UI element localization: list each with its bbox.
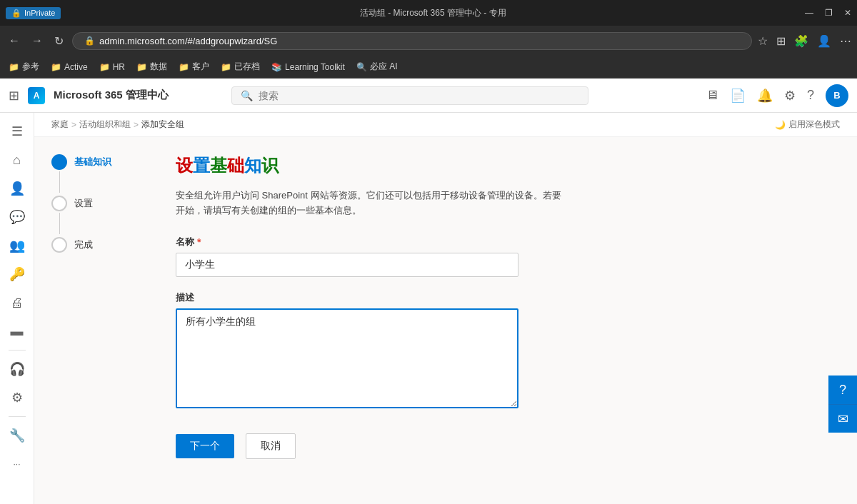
moon-icon: 🌙: [775, 120, 786, 130]
bookmark-can-kao[interactable]: 📁 参考: [9, 61, 39, 73]
url-bar[interactable]: 🔒 admin.microsoft.com/#/addgroupwizard/S…: [72, 32, 752, 50]
name-label-text: 名称: [176, 236, 194, 248]
minimize-button[interactable]: —: [805, 8, 813, 18]
folder-icon: 📁: [136, 62, 147, 72]
app-header: ⊞ A Microsoft 365 管理中心 🔍 🖥 📄 🔔 ⚙ ? B: [0, 79, 857, 113]
form-description: 安全组允许用户访问 SharePoint 网站等资源。它们还可以包括用于移动设备…: [176, 188, 568, 218]
rail-tools-button[interactable]: 🔧: [4, 423, 30, 448]
monitor-icon[interactable]: 🖥: [706, 88, 718, 103]
avatar[interactable]: B: [826, 84, 848, 107]
folder-icon: 📁: [9, 62, 19, 72]
forward-button[interactable]: →: [29, 31, 46, 50]
rail-settings-button[interactable]: ⚙: [4, 385, 30, 410]
rail-expand-button[interactable]: ☰: [4, 119, 30, 144]
bookmark-archived[interactable]: 📁 已存档: [221, 61, 260, 73]
cancel-button[interactable]: 取消: [246, 433, 296, 459]
browser-window-controls: — ❐ ✕: [805, 8, 851, 18]
breadcrumb-active-groups[interactable]: 活动组织和组: [79, 119, 131, 131]
step-circle-basics: [51, 154, 67, 170]
bookmark-learning[interactable]: 📚 Learning Toolkit: [271, 62, 345, 72]
rail-home-button[interactable]: ⌂: [4, 147, 30, 173]
breadcrumb-home[interactable]: 家庭: [51, 119, 69, 131]
rail-printers-button[interactable]: 🖨: [4, 290, 30, 316]
search-input[interactable]: [259, 90, 579, 101]
step-basics: 基础知识: [51, 154, 159, 170]
folder-icon: 📁: [99, 62, 110, 72]
more-icon[interactable]: ⋯: [840, 34, 851, 48]
form-title: 设置基础知识: [176, 154, 676, 177]
breadcrumb-bar: 家庭 > 活动组织和组 > 添加安全组 🌙 启用深色模式: [34, 113, 857, 137]
name-input[interactable]: [176, 253, 518, 277]
app-title: Microsoft 365 管理中心: [54, 89, 169, 102]
description-field: 描述 所有小学生的组: [176, 291, 676, 410]
bookmark-label: 参考: [22, 61, 39, 73]
dark-mode-toggle[interactable]: 🌙 启用深色模式: [775, 119, 840, 131]
content-area: 家庭 > 活动组织和组 > 添加安全组 🌙 启用深色模式 基础知识: [34, 113, 857, 504]
bookmark-hr[interactable]: 📁 HR: [99, 62, 125, 72]
refresh-button[interactable]: ↻: [51, 31, 66, 51]
bing-icon: 🔍: [356, 62, 367, 72]
title-char-4: 础: [227, 156, 244, 175]
title-char-1: 设: [176, 156, 193, 175]
next-button[interactable]: 下一个: [176, 434, 234, 458]
bookmark-active[interactable]: 📁 Active: [51, 62, 88, 72]
left-rail: ☰ ⌂ 👤 💬 👥 🔑 🖨 ▬ 🎧 ⚙ 🔧 ···: [0, 113, 34, 504]
float-message-button[interactable]: ✉: [828, 404, 857, 433]
bookmark-label: 必应 AI: [370, 61, 398, 73]
rail-more-button[interactable]: ···: [4, 451, 30, 477]
header-search[interactable]: 🔍: [231, 86, 588, 105]
tab-icon[interactable]: ⊞: [776, 34, 786, 48]
bookmark-label: HR: [113, 62, 125, 72]
title-char-5: 知: [244, 156, 261, 175]
rail-users-button[interactable]: 👤: [4, 176, 30, 201]
description-label-text: 描述: [176, 291, 194, 304]
rail-roles-button[interactable]: 🔑: [4, 261, 30, 287]
url-text: admin.microsoft.com/#/addgroupwizard/SG: [99, 36, 740, 46]
breadcrumb-add-group: 添加安全组: [141, 119, 184, 131]
browser-title: 活动组 - Microsoft 365 管理中心 - 专用: [66, 7, 799, 19]
description-textarea[interactable]: 所有小学生的组: [176, 308, 518, 408]
document-icon[interactable]: 📄: [730, 88, 746, 104]
bookmarks-bar: 📁 参考 📁 Active 📁 HR 📁 数据 📁 客户 📁 已存档 📚 Lea…: [0, 56, 857, 79]
bell-icon[interactable]: 🔔: [757, 88, 773, 104]
right-float-panel: ? ✉: [828, 376, 857, 433]
inprivate-badge: 🔒 InPrivate: [6, 7, 61, 19]
folder-icon: 📁: [179, 62, 189, 72]
logo-letter: A: [34, 91, 40, 101]
browser-toolbar-icons: ☆ ⊞ 🧩 👤 ⋯: [758, 34, 851, 48]
rail-groups-button[interactable]: 👥: [4, 233, 30, 258]
bookmark-data[interactable]: 📁 数据: [136, 61, 167, 73]
rail-chat-button[interactable]: 💬: [4, 204, 30, 230]
rail-billing-button[interactable]: ▬: [4, 318, 30, 344]
rail-support-button[interactable]: 🎧: [4, 356, 30, 382]
back-button[interactable]: ←: [6, 31, 23, 50]
step-label-done: 完成: [74, 238, 93, 251]
help-icon[interactable]: ?: [807, 88, 814, 103]
extensions-icon[interactable]: 🧩: [794, 34, 808, 48]
bookmark-label: 已存档: [234, 61, 260, 73]
profile-icon[interactable]: 👤: [817, 34, 831, 48]
description-label: 描述: [176, 291, 676, 304]
star-icon[interactable]: ☆: [758, 34, 768, 48]
required-star: *: [197, 236, 201, 248]
settings-icon[interactable]: ⚙: [784, 88, 796, 104]
name-field: 名称 *: [176, 236, 676, 277]
bookmark-label: Active: [64, 62, 88, 72]
restore-button[interactable]: ❐: [825, 8, 833, 18]
folder-icon: 📁: [221, 62, 231, 72]
step-settings: 设置: [51, 196, 159, 211]
bookmark-label: 数据: [150, 61, 167, 73]
float-question-icon: ?: [839, 383, 846, 398]
waffle-icon[interactable]: ⊞: [9, 88, 19, 104]
app-logo: A: [28, 87, 45, 104]
learning-icon: 📚: [271, 62, 282, 72]
close-button[interactable]: ✕: [844, 8, 851, 18]
bookmark-client[interactable]: 📁 客户: [179, 61, 209, 73]
bookmark-bing[interactable]: 🔍 必应 AI: [356, 61, 398, 73]
float-help-button[interactable]: ?: [828, 376, 857, 404]
folder-icon: 📁: [51, 62, 61, 72]
step-circle-settings: [51, 196, 67, 211]
bookmark-label: Learning Toolkit: [285, 62, 345, 72]
main-area: ☰ ⌂ 👤 💬 👥 🔑 🖨 ▬ 🎧 ⚙ 🔧 ··· 家庭 > 活动组织和组 > …: [0, 113, 857, 504]
bookmark-label: 客户: [192, 61, 209, 73]
